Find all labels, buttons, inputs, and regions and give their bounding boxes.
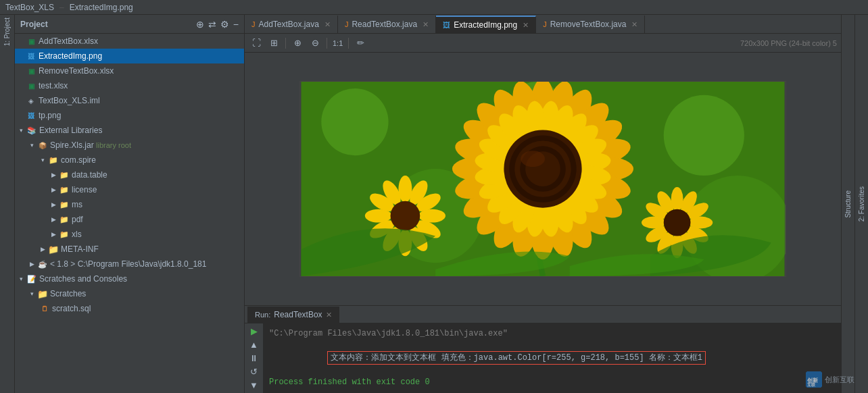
pkg-label: pdf — [72, 215, 83, 224]
expand-icon: ▶ — [28, 261, 35, 267]
run-tab[interactable]: Run: ReadTextBox ✕ — [247, 307, 339, 323]
tree-item-ms[interactable]: ▶ 📁 ms — [15, 197, 244, 212]
pkg-icon: 📁 — [59, 214, 70, 225]
java-tab-icon: J — [543, 20, 547, 28]
tab-close-icon[interactable]: ✕ — [423, 20, 429, 29]
collapse-icon: ▾ — [18, 276, 24, 282]
svg-point-1 — [321, 88, 388, 155]
image-viewer — [245, 53, 841, 305]
tree-item-extractedimg[interactable]: 🖼 ExtractedImg.png — [15, 49, 244, 63]
scroll-down-btn[interactable]: ▼ — [247, 379, 261, 390]
pkg-icon: 📁 — [59, 229, 70, 240]
color-picker-btn[interactable]: ✏ — [353, 36, 368, 51]
minimize-icon[interactable]: − — [233, 20, 239, 29]
tree-item-pdf[interactable]: ▶ 📁 pdf — [15, 212, 244, 227]
tree-item-data-table[interactable]: ▶ 📁 data.table — [15, 167, 244, 182]
title-file: ExtractedImg.png — [70, 3, 133, 12]
pkg-label: xls — [72, 230, 82, 239]
xlsx-icon: ▣ — [26, 66, 37, 76]
pkg-icon: 📁 — [59, 184, 70, 195]
folder-label: META-INF — [61, 244, 99, 254]
toolbar-separator — [327, 38, 327, 49]
tree-item-scratches[interactable]: ▾ 📁 Scratches — [15, 286, 244, 301]
svg-point-86 — [521, 151, 545, 167]
bottom-panel: Run: ReadTextBox ✕ ▶ ▲ ⏸ ↺ ▼ "C:\Program… — [245, 305, 841, 393]
tree-item-xls[interactable]: ▶ 📁 xls — [15, 227, 244, 242]
tree-item-scratch-sql[interactable]: 🗒 scratch.sql — [15, 301, 244, 316]
xlsx-icon: ▣ — [26, 80, 37, 91]
tree-item-textbox-xls-iml[interactable]: ◈ TextBox_XLS.iml — [15, 93, 244, 108]
fit-page-btn[interactable]: ⛶ — [249, 36, 264, 51]
jdk-label: < 1.8 > C:\Program Files\Java\jdk1.8.0_1… — [50, 259, 206, 269]
pkg-icon: 📁 — [48, 155, 59, 165]
watermark-icon: 创新 互联 — [806, 371, 822, 388]
sync-icon[interactable]: ⇄ — [208, 20, 216, 29]
tree-item-jdk[interactable]: ▶ ☕ < 1.8 > C:\Program Files\Java\jdk1.8… — [15, 257, 244, 271]
run-btn[interactable]: ▶ — [247, 326, 261, 337]
settings-icon[interactable]: ⚙ — [220, 20, 229, 29]
pkg-label: com.spire — [61, 155, 96, 165]
file-label: tp.png — [39, 111, 61, 120]
scratches-sub-label: Scratches — [50, 289, 86, 298]
folder-label: External Libraries — [39, 126, 102, 135]
xlsx-icon: ▣ — [26, 36, 37, 47]
run-label-prefix: Run: — [255, 311, 270, 319]
editor-toolbar: ⛶ ⊞ ⊕ ⊖ 1:1 ✏ 720x300 PNG (24-bit color)… — [245, 34, 841, 53]
console-line-1: "C:\Program Files\Java\jdk1.8.0_181\bin\… — [269, 328, 836, 340]
structure-label[interactable]: Structure — [844, 190, 852, 218]
console-line-3: Process finished with exit code 0 — [269, 376, 836, 388]
tab-readtextbox-java[interactable]: J ReadTextBox.java ✕ — [338, 16, 436, 33]
expand-icon: ▶ — [50, 186, 57, 193]
tree-item-external-libs[interactable]: ▾ 📚 External Libraries — [15, 123, 244, 138]
run-tab-close[interactable]: ✕ — [326, 311, 332, 319]
editor-area: J AddTextBox.java ✕ J ReadTextBox.java ✕… — [245, 15, 841, 393]
zoom-in-btn[interactable]: ⊕ — [290, 36, 305, 51]
main-area: 1: Project Project ⊕ ⇄ ⚙ − ▣ AddTextBox.… — [0, 15, 868, 393]
project-strip[interactable]: 1: Project — [0, 15, 15, 393]
scroll-up-btn[interactable]: ▲ — [247, 340, 261, 350]
favorites-strip[interactable]: 2: Favorites — [854, 15, 868, 393]
svg-point-31 — [664, 209, 691, 236]
tab-extractedimg-png[interactable]: 🖼 ExtractedImg.png ✕ — [436, 16, 536, 33]
title-project: TextBox_XLS — [5, 3, 54, 12]
tab-removetextbox-java[interactable]: J RemoveTextBox.java ✕ — [536, 16, 645, 33]
tree-item-meta-inf[interactable]: ▶ 📁 META-INF — [15, 242, 244, 257]
png-icon: 🖼 — [26, 110, 37, 121]
add-icon[interactable]: ⊕ — [196, 20, 204, 29]
tree-item-test-xlsx[interactable]: ▣ test.xlsx — [15, 78, 244, 93]
svg-point-18 — [391, 201, 420, 231]
rerun-btn[interactable]: ↺ — [247, 366, 261, 377]
expand-icon: ▶ — [50, 216, 57, 223]
toolbar-separator — [348, 38, 349, 49]
tree-item-spire-jar[interactable]: ▾ 📦 Spire.Xls.jar library root — [15, 138, 244, 153]
stop-btn[interactable]: ⏸ — [247, 353, 261, 364]
tab-label: RemoveTextBox.java — [550, 20, 627, 29]
tree-item-tp-png[interactable]: 🖼 tp.png — [15, 108, 244, 123]
tree-item-scratches-consoles[interactable]: ▾ 📝 Scratches and Consoles — [15, 271, 244, 286]
tab-close-icon[interactable]: ✕ — [631, 20, 637, 29]
tab-close-icon[interactable]: ✕ — [324, 20, 331, 29]
grid-btn[interactable]: ⊞ — [266, 36, 281, 51]
project-title: Project — [20, 20, 192, 29]
project-strip-label[interactable]: 1: Project — [3, 15, 11, 49]
scratches-label: Scratches and Consoles — [39, 274, 127, 284]
toolbar-separator — [285, 38, 286, 49]
tree-item-com-spire[interactable]: ▾ 📁 com.spire — [15, 153, 244, 167]
tab-close-icon[interactable]: ✕ — [523, 21, 529, 30]
folder-icon: 📁 — [48, 244, 59, 255]
favorites-label[interactable]: 2: Favorites — [858, 186, 865, 221]
tab-addtextbox-java[interactable]: J AddTextBox.java ✕ — [245, 16, 338, 33]
bottom-sidebar: ▶ ▲ ⏸ ↺ ▼ — [245, 323, 264, 393]
structure-strip[interactable]: Structure — [841, 15, 854, 393]
sunflower-svg — [299, 81, 786, 277]
iml-icon: ◈ — [26, 95, 37, 106]
tab-label: ExtractedImg.png — [454, 20, 517, 30]
zoom-out-btn[interactable]: ⊖ — [308, 36, 322, 51]
tree-item-addtextbox-xlsx[interactable]: ▣ AddTextBox.xlsx — [15, 34, 244, 49]
pkg-icon: 📁 — [59, 199, 70, 210]
console-highlight: 文本内容：添加文本到文本框 填充色：java.awt.Color[r=255, … — [327, 351, 706, 365]
tree-item-removetextbox-xlsx[interactable]: ▣ RemoveTextBox.xlsx — [15, 63, 244, 78]
header-icons: ⊕ ⇄ ⚙ − — [196, 20, 239, 29]
tree-item-license[interactable]: ▶ 📁 license — [15, 182, 244, 197]
sql-icon: 🗒 — [39, 303, 50, 314]
